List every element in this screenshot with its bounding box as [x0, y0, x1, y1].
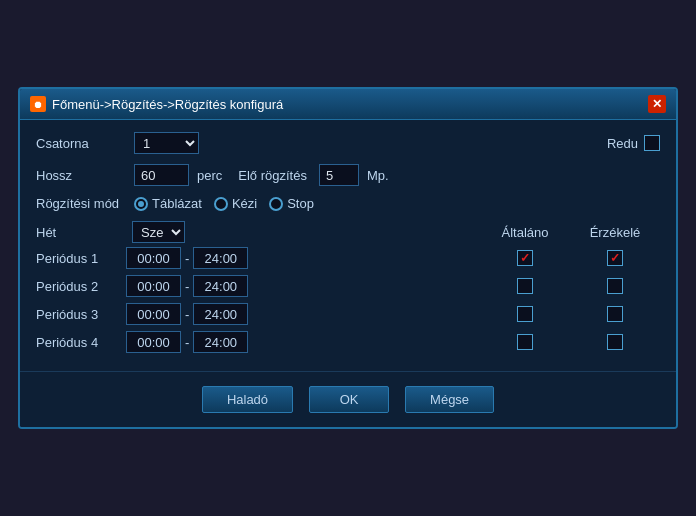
- elo-rogzites-input[interactable]: [319, 164, 359, 186]
- radio-tablazat-label: Táblázat: [152, 196, 202, 211]
- hossz-unit: perc: [197, 168, 222, 183]
- altalaino-header: Általáno: [502, 225, 549, 240]
- period-2-start[interactable]: [126, 275, 181, 297]
- period-2-label: Periódus 2: [36, 279, 126, 294]
- period-row-1: Periódus 1 -: [36, 247, 660, 269]
- title-bar-left: ⏺ Főmenü->Rögzítés->Rögzítés konfigurá: [30, 96, 283, 112]
- period-3-time-range: -: [126, 303, 480, 325]
- period-row-3: Periódus 3 -: [36, 303, 660, 325]
- rogzitesi-mod-label: Rögzítési mód: [36, 196, 126, 211]
- main-dialog: ⏺ Főmenü->Rögzítés->Rögzítés konfigurá ✕…: [18, 87, 678, 429]
- period-4-altalaino-checkbox[interactable]: [517, 334, 533, 350]
- radio-group: Táblázat Kézi Stop: [134, 196, 314, 211]
- radio-stop[interactable]: Stop: [269, 196, 314, 211]
- period-header-row: Hét HKSzeCsPSzoV Általáno Érzékelé: [36, 221, 660, 247]
- elo-rogzites-label: Elő rögzítés: [238, 168, 307, 183]
- period-3-start[interactable]: [126, 303, 181, 325]
- csatorna-select[interactable]: 1234: [134, 132, 199, 154]
- period-4-erzekele-checkbox[interactable]: [607, 334, 623, 350]
- period-2-end[interactable]: [193, 275, 248, 297]
- radio-tablazat[interactable]: Táblázat: [134, 196, 202, 211]
- radio-stop-circle: [269, 197, 283, 211]
- period-4-start[interactable]: [126, 331, 181, 353]
- ok-button[interactable]: OK: [309, 386, 389, 413]
- elo-rogzites-unit: Mp.: [367, 168, 389, 183]
- period-row-4: Periódus 4 -: [36, 331, 660, 353]
- csatorna-row: Csatorna 1234 Redu: [36, 132, 660, 154]
- radio-kezi-circle: [214, 197, 228, 211]
- period-4-time-range: -: [126, 331, 480, 353]
- het-select[interactable]: HKSzeCsPSzoV: [132, 221, 185, 243]
- hossz-label: Hossz: [36, 168, 126, 183]
- period-1-erzekele-checkbox[interactable]: [607, 250, 623, 266]
- radio-tablazat-circle: [134, 197, 148, 211]
- redu-checkbox[interactable]: [644, 135, 660, 151]
- period-1-start[interactable]: [126, 247, 181, 269]
- rogzitesi-mod-row: Rögzítési mód Táblázat Kézi Stop: [36, 196, 660, 211]
- period-2-dash: -: [185, 279, 189, 294]
- period-1-label: Periódus 1: [36, 251, 126, 266]
- period-1-altalaino-checkbox[interactable]: [517, 250, 533, 266]
- period-1-dash: -: [185, 251, 189, 266]
- hossz-row: Hossz perc Elő rögzítés Mp.: [36, 164, 660, 186]
- dialog-title: Főmenü->Rögzítés->Rögzítés konfigurá: [52, 97, 283, 112]
- radio-kezi-label: Kézi: [232, 196, 257, 211]
- period-1-time-range: -: [126, 247, 480, 269]
- period-2-erzekele-checkbox[interactable]: [607, 278, 623, 294]
- period-4-dash: -: [185, 335, 189, 350]
- app-icon: ⏺: [30, 96, 46, 112]
- period-4-label: Periódus 4: [36, 335, 126, 350]
- period-3-altalaino-checkbox[interactable]: [517, 306, 533, 322]
- dialog-content: Csatorna 1234 Redu Hossz perc Elő rögzít…: [20, 120, 676, 371]
- period-1-end[interactable]: [193, 247, 248, 269]
- csatorna-label: Csatorna: [36, 136, 126, 151]
- period-row-2: Periódus 2 -: [36, 275, 660, 297]
- period-2-time-range: -: [126, 275, 480, 297]
- erzekele-header: Érzékelé: [590, 225, 641, 240]
- radio-stop-label: Stop: [287, 196, 314, 211]
- period-3-erzekele-checkbox[interactable]: [607, 306, 623, 322]
- radio-kezi[interactable]: Kézi: [214, 196, 257, 211]
- megse-button[interactable]: Mégse: [405, 386, 494, 413]
- hossz-input[interactable]: [134, 164, 189, 186]
- het-label: Hét: [36, 225, 126, 240]
- title-bar: ⏺ Főmenü->Rögzítés->Rögzítés konfigurá ✕: [20, 89, 676, 120]
- period-3-end[interactable]: [193, 303, 248, 325]
- redu-label: Redu: [607, 136, 638, 151]
- period-2-altalaino-checkbox[interactable]: [517, 278, 533, 294]
- redu-area: Redu: [607, 135, 660, 151]
- period-3-label: Periódus 3: [36, 307, 126, 322]
- period-3-dash: -: [185, 307, 189, 322]
- halado-button[interactable]: Haladó: [202, 386, 293, 413]
- periods-container: Periódus 1 - Periódus 2 -: [36, 247, 660, 353]
- period-4-end[interactable]: [193, 331, 248, 353]
- dialog-footer: Haladó OK Mégse: [20, 371, 676, 427]
- close-button[interactable]: ✕: [648, 95, 666, 113]
